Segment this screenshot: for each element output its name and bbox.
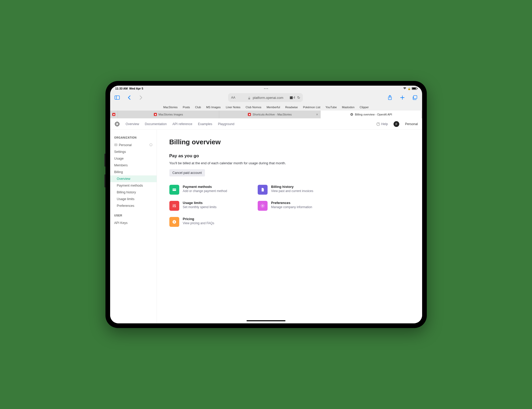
status-time-date: 11:33 AM Wed Apr 5 — [115, 87, 143, 90]
help-link[interactable]: Help — [376, 122, 388, 126]
card-billing-history[interactable]: Billing history View past and current in… — [258, 185, 336, 195]
card-payment-methods[interactable]: Payment methods Add or change payment me… — [169, 185, 247, 195]
status-date: Wed Apr 5 — [129, 87, 143, 90]
sidebar-item-settings[interactable]: Settings — [110, 148, 157, 155]
multitask-dots[interactable] — [264, 88, 268, 89]
card-usage-limits[interactable]: Usage limits Set monthly spend limits — [169, 201, 247, 211]
orientation-lock-icon: 🔒 — [408, 87, 411, 90]
tab-title: Billing overview - OpenAI API — [355, 113, 392, 116]
card-desc: View past and current invoices — [271, 189, 314, 193]
fav-link[interactable]: Mastodon — [342, 106, 354, 109]
dollar-icon: $ — [169, 217, 179, 227]
page-title: Billing overview — [169, 138, 410, 146]
main-content: Billing overview Pay as you go You'll be… — [157, 130, 422, 323]
wifi-icon — [403, 87, 407, 90]
card-preferences[interactable]: Preferences Manage company information — [258, 201, 336, 211]
fav-link[interactable]: MS Images — [206, 106, 221, 109]
card-desc: Set monthly spend limits — [183, 205, 217, 209]
nav-documentation[interactable]: Documentation — [145, 122, 167, 126]
share-icon[interactable] — [386, 94, 394, 101]
favorites-bar: MacStories Posts Club MS Images Liner No… — [110, 104, 422, 111]
reader-aa-icon[interactable]: AA — [231, 96, 235, 99]
browser-tab[interactable]: MacStories Images — [118, 111, 219, 118]
nav-playground[interactable]: Playground — [218, 122, 234, 126]
page-subtitle: Pay as you go — [169, 153, 410, 159]
sidebar-sub-history[interactable]: Billing history — [110, 189, 157, 196]
fav-link[interactable]: Posts — [183, 106, 190, 109]
browser-tab-active[interactable]: Billing overview - OpenAI API — [321, 111, 422, 118]
fav-link[interactable]: Memberful — [267, 106, 280, 109]
card-title: Preferences — [271, 201, 312, 205]
sidebar-item-apikeys[interactable]: API Keys — [110, 220, 157, 226]
billing-cards: Payment methods Add or change payment me… — [169, 185, 336, 227]
credit-card-icon — [169, 185, 179, 195]
info-icon — [149, 143, 152, 147]
fav-link[interactable]: Readwise — [285, 106, 298, 109]
gear-icon — [258, 201, 268, 211]
pinned-tab[interactable] — [110, 111, 118, 118]
card-desc: Add or change payment method — [183, 189, 227, 193]
status-right: 🔒 — [403, 87, 417, 90]
browser-tab[interactable]: Shortcuts Archive - MacStories ✕ — [219, 111, 321, 118]
fav-link[interactable]: Clipper — [360, 106, 369, 109]
tabs-icon[interactable] — [411, 94, 419, 101]
favicon-icon — [112, 113, 115, 116]
card-pricing[interactable]: $ Pricing View pricing and FAQs — [169, 217, 247, 227]
refresh-icon[interactable] — [297, 96, 300, 100]
fav-link[interactable]: MacStories — [163, 106, 178, 109]
svg-point-20 — [175, 206, 176, 207]
sidebar-item-usage[interactable]: Usage — [110, 155, 157, 162]
sidebar-item-billing[interactable]: Billing — [110, 169, 157, 175]
new-tab-icon[interactable] — [398, 94, 406, 101]
fav-link[interactable]: Club — [195, 106, 201, 109]
home-indicator[interactable] — [247, 320, 285, 321]
safari-toolbar: AA platform.openai.com 4 — [110, 91, 422, 104]
favicon-icon — [350, 113, 353, 116]
ipad-screen: 11:33 AM Wed Apr 5 🔒 — [110, 86, 422, 323]
sidebar-item-personal[interactable]: Personal — [110, 142, 157, 148]
back-button[interactable] — [125, 94, 133, 101]
fav-link[interactable]: YouTube — [325, 106, 337, 109]
sidebar: ORGANIZATION Personal Settings Usage Mem… — [110, 130, 157, 323]
status-time: 11:33 AM — [115, 87, 128, 90]
fav-link[interactable]: Club Nomos — [246, 106, 262, 109]
status-bar: 11:33 AM Wed Apr 5 🔒 — [110, 86, 422, 91]
fav-link[interactable]: Liner Notes — [226, 106, 240, 109]
page-body: ORGANIZATION Personal Settings Usage Mem… — [110, 130, 422, 323]
svg-point-21 — [262, 205, 263, 207]
favicon-icon — [154, 113, 157, 116]
sidebar-sub-limits[interactable]: Usage limits — [110, 196, 157, 202]
cancel-account-button[interactable]: Cancel paid account — [169, 169, 205, 176]
openai-logo-icon[interactable] — [114, 121, 120, 127]
page-description: You'll be billed at the end of each cale… — [169, 161, 410, 165]
tab-strip: MacStories Images Shortcuts Archive - Ma… — [110, 111, 422, 118]
sidebar-item-members[interactable]: Members — [110, 162, 157, 169]
document-icon — [258, 185, 268, 195]
svg-text:$: $ — [174, 221, 175, 223]
sidebar-sub-overview[interactable]: Overview — [110, 175, 157, 182]
url-bar[interactable]: AA platform.openai.com 4 — [228, 93, 303, 102]
fav-link[interactable]: Pokémon List — [303, 106, 320, 109]
ipad-side-buttons — [104, 154, 105, 187]
camera-badge[interactable]: 4 — [290, 96, 295, 99]
nav-api-reference[interactable]: API reference — [172, 122, 192, 126]
card-desc: View pricing and FAQs — [183, 221, 214, 225]
tab-title: Shortcuts Archive - MacStories — [252, 113, 291, 116]
card-title: Billing history — [271, 185, 314, 189]
sidebar-org-label: ORGANIZATION — [110, 136, 157, 142]
url-text: platform.openai.com — [253, 96, 283, 100]
nav-overview[interactable]: Overview — [126, 122, 139, 126]
sidebar-toggle-icon[interactable] — [113, 94, 121, 101]
sidebar-sub-payment[interactable]: Payment methods — [110, 182, 157, 189]
close-tab-icon[interactable]: ✕ — [316, 113, 318, 116]
svg-rect-17 — [172, 189, 176, 190]
tab-title: MacStories Images — [158, 113, 183, 116]
username[interactable]: Personal — [405, 122, 418, 126]
card-title: Usage limits — [183, 201, 217, 205]
favicon-icon — [248, 113, 251, 116]
svg-rect-0 — [115, 96, 119, 99]
svg-rect-5 — [414, 96, 417, 99]
sidebar-sub-prefs[interactable]: Preferences — [110, 202, 157, 209]
nav-examples[interactable]: Examples — [198, 122, 212, 126]
avatar[interactable]: F — [394, 121, 399, 127]
